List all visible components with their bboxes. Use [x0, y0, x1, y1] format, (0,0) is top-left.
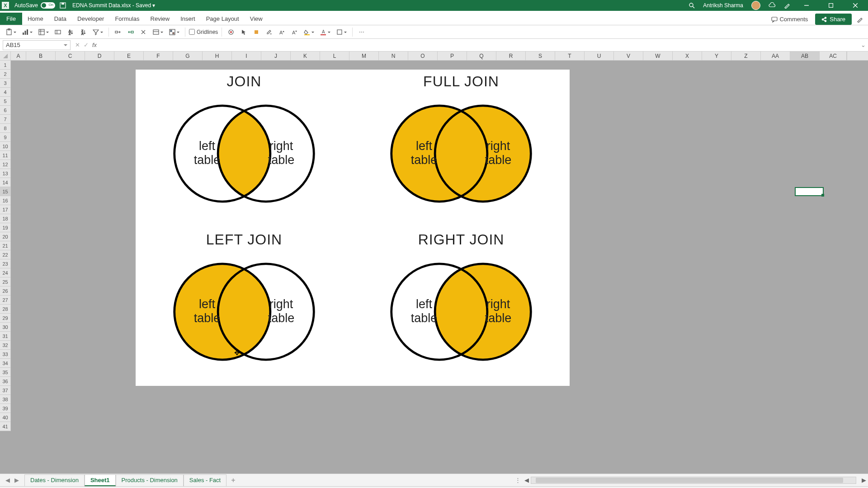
ribbon-tab-review[interactable]: Review — [145, 13, 175, 25]
column-header-G[interactable]: G — [173, 52, 203, 60]
conditional-format-icon[interactable] — [167, 27, 178, 37]
row-header-2[interactable]: 2 — [0, 70, 11, 79]
column-header-X[interactable]: X — [673, 52, 702, 60]
chart-icon[interactable] — [20, 27, 31, 37]
username[interactable]: Antriksh Sharma — [703, 2, 743, 9]
active-cell[interactable] — [795, 187, 824, 196]
row-header-37[interactable]: 37 — [0, 386, 11, 395]
mode-switch-icon[interactable] — [855, 16, 864, 23]
column-header-P[interactable]: P — [438, 52, 467, 60]
autosave-toggle[interactable]: AutoSave On — [14, 2, 55, 9]
row-header-18[interactable]: 18 — [0, 214, 11, 223]
ribbon-tab-page-layout[interactable]: Page Layout — [201, 13, 245, 25]
row-header-38[interactable]: 38 — [0, 395, 11, 404]
increase-font-icon[interactable]: A — [276, 27, 287, 37]
row-header-6[interactable]: 6 — [0, 106, 11, 115]
row-header-14[interactable]: 14 — [0, 178, 11, 187]
row-header-3[interactable]: 3 — [0, 79, 11, 88]
minimize-button[interactable] — [798, 0, 815, 11]
user-avatar[interactable] — [751, 1, 760, 10]
column-header-AC[interactable]: AC — [820, 52, 847, 60]
column-header-AA[interactable]: AA — [761, 52, 790, 60]
gridlines-checkbox[interactable]: Gridlines — [189, 29, 218, 35]
ribbon-tab-developer[interactable]: Developer — [72, 13, 109, 25]
row-header-9[interactable]: 9 — [0, 133, 11, 142]
row-header-5[interactable]: 5 — [0, 97, 11, 106]
file-tab[interactable]: File — [0, 13, 22, 25]
name-manager-icon[interactable] — [151, 27, 161, 37]
maximize-button[interactable] — [823, 0, 839, 11]
row-header-29[interactable]: 29 — [0, 314, 11, 323]
column-header-T[interactable]: T — [555, 52, 585, 60]
formula-expand-icon[interactable]: ⌄ — [858, 42, 868, 48]
accept-formula-icon[interactable]: ✓ — [84, 42, 89, 48]
remove-arrows-icon[interactable] — [138, 27, 149, 37]
row-header-39[interactable]: 39 — [0, 404, 11, 413]
row-header-32[interactable]: 32 — [0, 341, 11, 350]
sheet-nav-prev[interactable]: ◀ — [4, 476, 12, 484]
row-header-35[interactable]: 35 — [0, 368, 11, 377]
column-header-S[interactable]: S — [526, 52, 555, 60]
row-header-24[interactable]: 24 — [0, 268, 11, 277]
column-header-U[interactable]: U — [585, 52, 614, 60]
hscroll-left[interactable]: ◀ — [523, 477, 531, 484]
row-header-20[interactable]: 20 — [0, 232, 11, 241]
column-header-O[interactable]: O — [408, 52, 438, 60]
select-all-triangle[interactable] — [0, 52, 11, 60]
new-sheet-button[interactable]: + — [226, 474, 240, 486]
column-header-L[interactable]: L — [320, 52, 349, 60]
close-button[interactable] — [847, 0, 863, 11]
border-icon[interactable] — [334, 27, 345, 37]
column-header-M[interactable]: M — [349, 52, 379, 60]
stop-macro-icon[interactable] — [251, 27, 262, 37]
clear-format-icon[interactable] — [264, 27, 274, 37]
comments-button[interactable]: Comments — [768, 14, 811, 24]
pivot-icon[interactable] — [36, 27, 47, 37]
worksheet-grid[interactable]: 1234567891011121314151617181920212223242… — [0, 61, 868, 474]
trace-precedents-icon[interactable] — [113, 27, 123, 37]
record-macro-icon[interactable] — [226, 27, 236, 37]
row-header-11[interactable]: 11 — [0, 151, 11, 160]
column-header-C[interactable]: C — [56, 52, 85, 60]
row-header-26[interactable]: 26 — [0, 286, 11, 296]
row-header-10[interactable]: 10 — [0, 142, 11, 151]
row-header-34[interactable]: 34 — [0, 359, 11, 368]
name-box[interactable]: AB15 — [3, 40, 71, 50]
column-header-J[interactable]: J — [261, 52, 291, 60]
column-header-N[interactable]: N — [379, 52, 408, 60]
embedded-image[interactable]: JOIN left table right table FULL JOIN le… — [136, 70, 570, 386]
row-header-19[interactable]: 19 — [0, 223, 11, 232]
column-header-F[interactable]: F — [144, 52, 173, 60]
column-header-D[interactable]: D — [85, 52, 114, 60]
column-header-V[interactable]: V — [614, 52, 643, 60]
pointer-icon[interactable] — [238, 27, 249, 37]
cancel-formula-icon[interactable]: ✕ — [75, 42, 80, 48]
fx-icon[interactable]: fx — [92, 42, 97, 48]
cloud-sync-icon[interactable] — [769, 2, 776, 9]
column-header-A[interactable]: A — [11, 52, 26, 60]
filter-icon[interactable] — [90, 27, 101, 37]
share-button[interactable]: Share — [815, 14, 852, 25]
row-header-41[interactable]: 41 — [0, 422, 11, 431]
row-header-31[interactable]: 31 — [0, 332, 11, 341]
search-icon[interactable] — [689, 2, 695, 9]
column-header-W[interactable]: W — [643, 52, 673, 60]
decrease-font-icon[interactable]: A — [289, 27, 300, 37]
column-header-Y[interactable]: Y — [702, 52, 731, 60]
row-header-40[interactable]: 40 — [0, 413, 11, 422]
save-icon[interactable] — [60, 2, 66, 9]
row-header-1[interactable]: 1 — [0, 61, 11, 70]
insert-function-icon[interactable] — [52, 27, 63, 37]
paste-icon[interactable] — [4, 27, 14, 37]
column-header-AB[interactable]: AB — [790, 52, 820, 60]
filename[interactable]: EDNA Summit Data.xlsx - Saved ▾ — [72, 2, 155, 9]
row-header-15[interactable]: 15 — [0, 187, 11, 196]
sort-asc-icon[interactable]: AZ — [65, 27, 76, 37]
split-handle[interactable]: ⋮ — [513, 477, 523, 483]
fill-color-icon[interactable] — [302, 27, 312, 37]
row-header-13[interactable]: 13 — [0, 169, 11, 178]
formula-input[interactable] — [104, 40, 858, 50]
sheet-tab-sales-fact[interactable]: Sales - Fact — [184, 474, 226, 486]
font-color-icon[interactable]: A — [318, 27, 329, 37]
horizontal-scrollbar[interactable] — [531, 477, 856, 484]
